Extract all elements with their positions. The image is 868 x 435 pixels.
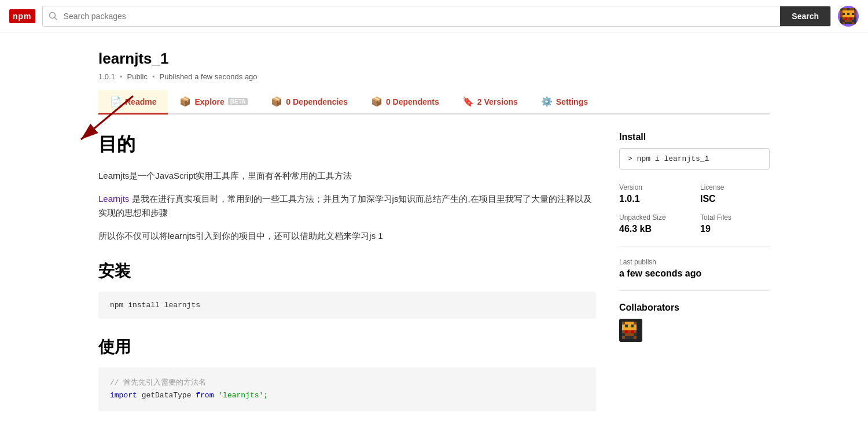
tab-dependents-label: 0 Dependents (386, 97, 439, 106)
tab-readme[interactable]: 📄 Readme (98, 90, 168, 115)
readme-h2-install: 安装 (98, 260, 596, 282)
svg-rect-37 (840, 20, 843, 22)
svg-rect-12 (847, 10, 849, 13)
install-command: > npm i learnjts_1 (619, 148, 770, 169)
usage-code-block: // 首先先引入需要的方法名 import getDataType from '… (98, 367, 596, 411)
code-import-string: 'learnjts'; (218, 391, 268, 400)
svg-rect-43 (854, 20, 856, 22)
svg-rect-81 (628, 336, 631, 339)
version-label: Version (619, 183, 689, 191)
total-files-meta: Total Files 19 (700, 213, 770, 234)
svg-rect-73 (634, 330, 637, 333)
svg-rect-62 (631, 325, 634, 327)
avatar[interactable] (838, 6, 859, 27)
svg-rect-70 (625, 330, 628, 333)
total-files-label: Total Files (700, 213, 770, 222)
svg-rect-26 (847, 15, 849, 17)
svg-rect-34 (849, 17, 852, 20)
svg-rect-61 (628, 325, 631, 327)
svg-rect-66 (628, 327, 631, 330)
readme-icon: 📄 (110, 96, 122, 107)
last-publish-label: Last publish (619, 258, 770, 266)
tabs-nav: 📄 Readme 📦 Explore BETA 📦 0 Dependencies… (98, 90, 770, 115)
search-input[interactable] (64, 12, 781, 21)
search-icon (43, 12, 64, 21)
code-comment: // 首先先引入需要的方法名 (110, 377, 584, 389)
readme-p2: Learnjts 是我在进行真实项目时，常用到的一些工具方法；并且为了加深学习j… (98, 192, 596, 220)
unpacked-size-label: Unpacked Size (619, 213, 689, 222)
svg-rect-45 (843, 22, 845, 24)
version-meta: Version 1.0.1 (619, 183, 689, 204)
tab-settings[interactable]: ⚙️ Settings (529, 90, 599, 115)
svg-rect-49 (852, 22, 854, 24)
svg-rect-71 (628, 330, 631, 333)
svg-rect-28 (852, 15, 854, 17)
meta-separator: • (120, 72, 123, 81)
meta-separator-2: • (152, 72, 155, 81)
svg-rect-21 (852, 13, 854, 15)
svg-rect-20 (849, 13, 852, 15)
search-button[interactable]: Search (780, 6, 830, 27)
readme-link[interactable]: Learnjts (98, 194, 129, 204)
svg-rect-64 (622, 327, 625, 330)
version-value: 1.0.1 (619, 194, 689, 204)
svg-rect-65 (625, 327, 628, 330)
dependencies-icon: 📦 (271, 96, 282, 107)
svg-rect-6 (849, 8, 852, 10)
install-section: Install > npm i learnjts_1 (619, 132, 770, 169)
svg-rect-8 (854, 8, 856, 10)
code-import-name: getDataType (142, 391, 192, 400)
svg-rect-23 (840, 15, 843, 17)
npm-logo[interactable]: npm (9, 9, 35, 23)
unpacked-size-value: 46.3 kB (619, 224, 689, 234)
package-meta: 1.0.1 • Public • Published a few seconds… (98, 72, 770, 81)
svg-rect-59 (622, 325, 625, 327)
tab-dependencies[interactable]: 📦 0 Dependencies (259, 90, 359, 115)
tab-dependencies-label: 0 Dependencies (286, 97, 348, 106)
unpacked-size-meta: Unpacked Size 46.3 kB (619, 213, 689, 234)
svg-rect-63 (634, 325, 637, 327)
svg-rect-79 (622, 336, 625, 339)
svg-rect-77 (631, 333, 634, 336)
svg-rect-55 (625, 322, 628, 325)
svg-rect-38 (843, 20, 845, 22)
svg-rect-10 (843, 10, 845, 13)
search-container: Search (42, 6, 831, 27)
readme-section: 目的 Learnjts是一个JavaScript实用工具库，里面有各种常用的工具… (98, 132, 596, 423)
svg-rect-48 (849, 22, 852, 24)
svg-rect-82 (631, 336, 634, 339)
tab-explore[interactable]: 📦 Explore BETA (168, 90, 259, 115)
svg-rect-30 (840, 17, 843, 20)
install-label: Install (619, 132, 770, 142)
svg-rect-15 (854, 10, 856, 13)
tab-explore-label: Explore (194, 97, 224, 106)
svg-rect-16 (840, 13, 843, 15)
tab-dependents[interactable]: 📦 0 Dependents (359, 90, 451, 115)
svg-rect-57 (631, 322, 634, 325)
package-published-time: Published a few seconds ago (159, 72, 257, 81)
sidebar: Install > npm i learnjts_1 Version 1.0.1… (619, 132, 770, 423)
svg-rect-44 (840, 22, 843, 24)
svg-rect-35 (852, 17, 854, 20)
svg-rect-22 (854, 13, 856, 15)
svg-rect-24 (843, 15, 845, 17)
svg-rect-19 (847, 13, 849, 15)
svg-rect-32 (845, 17, 847, 20)
svg-rect-58 (634, 322, 637, 325)
svg-rect-74 (622, 333, 625, 336)
versions-icon: 🔖 (462, 96, 474, 107)
dependents-icon: 📦 (371, 96, 382, 107)
svg-rect-72 (631, 330, 634, 333)
last-publish-value: a few seconds ago (619, 268, 770, 279)
svg-rect-46 (845, 22, 847, 24)
readme-p3: 所以你不仅可以将learnjts引入到你的项目中，还可以借助此文档来学习js 1 (98, 229, 596, 243)
svg-rect-69 (622, 330, 625, 333)
tab-versions[interactable]: 🔖 2 Versions (451, 90, 529, 115)
svg-rect-83 (634, 336, 637, 339)
svg-rect-68 (634, 327, 637, 330)
package-version: 1.0.1 (98, 72, 115, 81)
collaborator-avatar[interactable] (619, 319, 642, 342)
svg-rect-13 (849, 10, 852, 13)
svg-rect-2 (840, 8, 843, 10)
svg-rect-5 (847, 8, 849, 10)
